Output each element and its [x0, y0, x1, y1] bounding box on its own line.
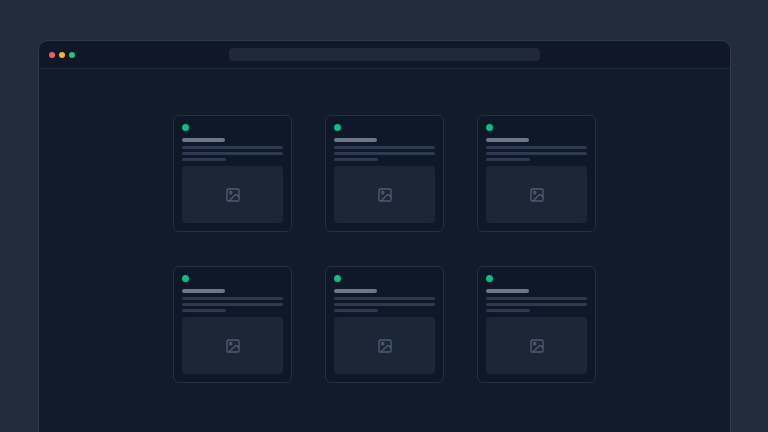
skeleton-card[interactable]	[325, 266, 444, 383]
minimize-button[interactable]	[59, 52, 65, 58]
skeleton-text-line	[334, 158, 378, 161]
skeleton-title-line	[334, 289, 377, 293]
status-dot-icon	[334, 124, 341, 131]
skeleton-title-line	[334, 138, 377, 142]
image-icon	[225, 338, 241, 354]
image-placeholder	[486, 317, 587, 374]
expand-button[interactable]	[69, 52, 75, 58]
image-icon	[529, 187, 545, 203]
skeleton-text-line	[182, 309, 226, 312]
skeleton-text-line	[486, 152, 587, 155]
image-placeholder	[334, 317, 435, 374]
skeleton-text-line	[182, 152, 283, 155]
skeleton-text-line	[486, 146, 587, 149]
skeleton-text-line	[486, 309, 530, 312]
close-button[interactable]	[49, 52, 55, 58]
skeleton-text-line	[486, 297, 587, 300]
image-placeholder	[486, 166, 587, 223]
browser-titlebar	[39, 41, 730, 69]
skeleton-text-line	[486, 303, 587, 306]
status-dot-icon	[486, 124, 493, 131]
skeleton-card[interactable]	[173, 115, 292, 232]
skeleton-text-line	[182, 146, 283, 149]
skeleton-card[interactable]	[477, 266, 596, 383]
skeleton-text-line	[182, 158, 226, 161]
image-icon	[377, 338, 393, 354]
skeleton-text-line	[334, 297, 435, 300]
skeleton-text-line	[334, 152, 435, 155]
traffic-lights	[49, 41, 75, 68]
status-dot-icon	[182, 275, 189, 282]
skeleton-text-line	[182, 297, 283, 300]
browser-window	[38, 40, 731, 432]
status-dot-icon	[182, 124, 189, 131]
skeleton-title-line	[486, 289, 529, 293]
skeleton-text-line	[334, 303, 435, 306]
image-icon	[529, 338, 545, 354]
image-icon	[225, 187, 241, 203]
skeleton-card[interactable]	[325, 115, 444, 232]
status-dot-icon	[486, 275, 493, 282]
image-icon	[377, 187, 393, 203]
status-dot-icon	[334, 275, 341, 282]
skeleton-text-line	[486, 158, 530, 161]
image-placeholder	[334, 166, 435, 223]
url-bar-input[interactable]	[229, 48, 540, 61]
skeleton-card[interactable]	[477, 115, 596, 232]
skeleton-title-line	[486, 138, 529, 142]
page-content	[39, 69, 730, 383]
card-grid	[39, 115, 730, 383]
skeleton-title-line	[182, 138, 225, 142]
image-placeholder	[182, 166, 283, 223]
skeleton-text-line	[182, 303, 283, 306]
skeleton-card[interactable]	[173, 266, 292, 383]
skeleton-text-line	[334, 146, 435, 149]
skeleton-title-line	[182, 289, 225, 293]
image-placeholder	[182, 317, 283, 374]
skeleton-text-line	[334, 309, 378, 312]
